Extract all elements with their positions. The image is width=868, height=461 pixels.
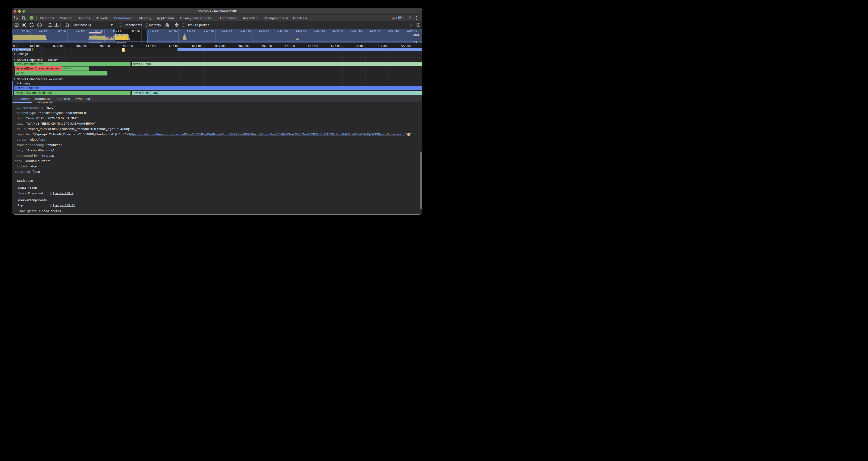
svg-text:?: ? xyxy=(418,24,419,26)
